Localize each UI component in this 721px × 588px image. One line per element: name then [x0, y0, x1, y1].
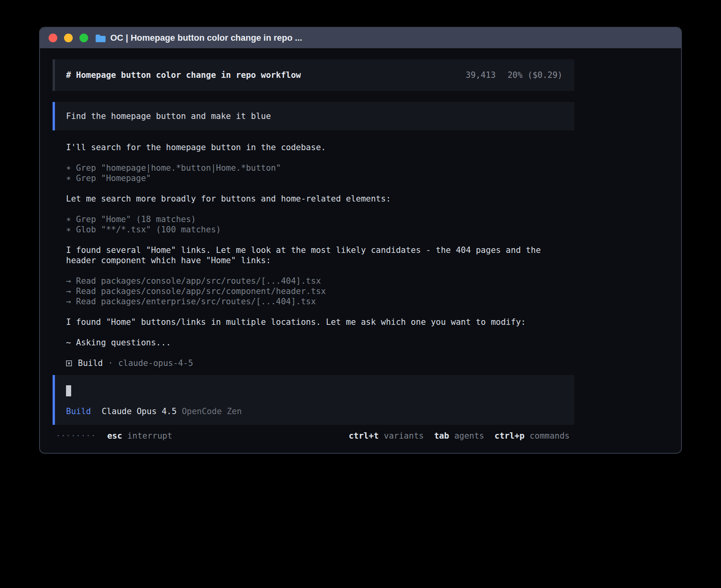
terminal-window: OC | Homepage button color change in rep…: [39, 27, 682, 454]
folder-icon: [95, 34, 106, 42]
assistant-paragraph: I found "Home" buttons/links in multiple…: [66, 317, 561, 327]
tab-key: tab: [434, 430, 449, 441]
tool-call-glob: ∗ Glob "**/*.tsx" (100 matches): [66, 224, 561, 235]
agent-separator: ·: [108, 358, 113, 368]
session-stats: 39,413 20% ($0.29): [466, 70, 562, 80]
user-message-text: Find the homepage button and make it blu…: [66, 111, 271, 121]
traffic-lights: [49, 34, 88, 42]
square-dot-icon: [66, 360, 72, 366]
commands-label: commands: [530, 430, 570, 441]
input-cursor: [66, 385, 71, 396]
assistant-response: I'll search for the homepage button in t…: [53, 142, 574, 368]
status-bar-right: ctrl+t variants tab agents ctrl+p comman…: [349, 430, 570, 441]
session-title: # Homepage button color change in repo w…: [66, 70, 301, 80]
model-label[interactable]: Claude Opus 4.5: [102, 407, 177, 416]
session-content: # Homepage button color change in repo w…: [53, 59, 574, 441]
token-count: 39,413: [466, 70, 496, 80]
interrupt-label: interrupt: [127, 430, 172, 441]
window-title: OC | Homepage button color change in rep…: [110, 33, 302, 43]
title-bar[interactable]: OC | Homepage button color change in rep…: [40, 28, 681, 48]
hint-interrupt: esc interrupt: [107, 430, 172, 441]
tool-call-grep: ∗ Grep "homepage|home.*button|Home.*butt…: [66, 163, 561, 173]
assistant-paragraph: Let me search more broadly for buttons a…: [66, 194, 561, 204]
context-usage: 20% ($0.29): [508, 70, 562, 80]
session-header: # Homepage button color change in repo w…: [53, 59, 574, 91]
assistant-paragraph: I found several "Home" links. Let me loo…: [66, 245, 561, 266]
mode-label[interactable]: Build: [66, 407, 91, 416]
close-button[interactable]: [49, 34, 57, 42]
assistant-paragraph: I'll search for the homepage button in t…: [66, 142, 561, 153]
provider-label: OpenCode Zen: [182, 407, 242, 416]
user-message: Find the homepage button and make it blu…: [53, 102, 574, 130]
tool-call-read: → Read packages/enterprise/src/routes/[.…: [66, 296, 561, 307]
hint-commands: ctrl+p commands: [495, 430, 570, 441]
zoom-button[interactable]: [79, 34, 88, 42]
prompt-input[interactable]: Build Claude Opus 4.5 OpenCode Zen: [53, 375, 574, 425]
agent-model: claude-opus-4-5: [118, 358, 193, 368]
ctrl-p-key: ctrl+p: [495, 430, 525, 441]
tool-call-grep: ∗ Grep "Homepage": [66, 173, 561, 183]
ctrl-t-key: ctrl+t: [349, 430, 379, 441]
status-bar-left: ········ esc interrupt: [56, 430, 172, 441]
minimize-button[interactable]: [64, 34, 73, 42]
agent-status-line: Build · claude-opus-4-5: [66, 358, 561, 368]
spinner-dots: ········: [56, 430, 96, 441]
tool-call-grep: ∗ Grep "Home" (18 matches): [66, 214, 561, 224]
esc-key: esc: [107, 430, 122, 441]
variants-label: variants: [384, 430, 424, 441]
agent-name: Build: [78, 358, 103, 368]
hint-agents: tab agents: [434, 430, 484, 441]
asking-questions-status: ~ Asking questions...: [66, 337, 561, 348]
input-footer: Build Claude Opus 4.5 OpenCode Zen: [66, 407, 563, 416]
tool-call-read: → Read packages/console/app/src/routes/[…: [66, 276, 561, 286]
hint-variants: ctrl+t variants: [349, 430, 424, 441]
agents-label: agents: [454, 430, 484, 441]
tool-call-read: → Read packages/console/app/src/componen…: [66, 286, 561, 296]
status-bar: ········ esc interrupt ctrl+t variants t…: [53, 430, 574, 441]
